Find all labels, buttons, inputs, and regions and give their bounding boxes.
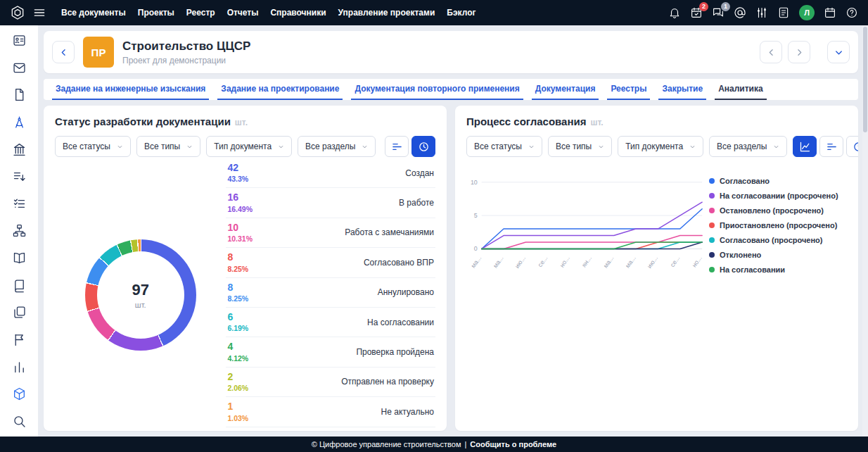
bars-icon [391,141,403,153]
doc-status-total: 97 [132,281,148,299]
id-card-icon [12,33,27,48]
sidebar-item-id-card[interactable] [12,32,27,49]
chevron-right [794,47,805,58]
sidebar-item-mail[interactable] [12,60,27,76]
nav-menu-item[interactable]: Отчеты [222,5,264,20]
calendar-icon [824,6,836,19]
doc-status-chart-area: 97 шт. 4243.3%Создан1616.49%В работе1010… [55,158,435,431]
messages-button[interactable]: 1 [712,6,725,19]
mention-icon [734,6,746,19]
report-button[interactable] [777,6,790,19]
bars-view-button[interactable] [819,136,843,157]
sidebar-item-drafting-compass[interactable] [12,114,27,130]
doc-status-total-unit: шт. [135,301,146,309]
expand-header-button[interactable] [827,41,850,63]
status-count: 42 [227,163,248,173]
nav-menu-item[interactable]: Бэклог [442,5,480,20]
tab-item[interactable]: Задание на инженерные изыскания [52,79,209,100]
filter-doc-type-dropdown[interactable]: Тип документа [206,136,292,157]
sidebar-item-copy[interactable] [12,304,27,320]
tab-item[interactable]: Аналитика [715,79,767,100]
hamburger [32,6,46,20]
sidebar-item-org-chart[interactable] [12,222,27,239]
sidebar-item-list-download[interactable] [12,168,27,184]
tab-item[interactable]: Задание на проектирование [217,79,343,100]
sidebar-item-flag[interactable] [12,332,27,348]
back-button[interactable] [52,41,75,63]
filter-statuses-dropdown[interactable]: Все статусы [466,136,542,157]
tab-item[interactable]: Документация [532,79,599,100]
filter-sections-dropdown[interactable]: Все разделы [709,136,787,157]
filter-sections-dropdown[interactable]: Все разделы [298,136,376,157]
calendar-button[interactable] [824,6,836,19]
sidebar-item-bank[interactable] [12,142,27,158]
dropdown-label: Тип документа [214,142,272,151]
chart-legend-item[interactable]: Остановлено (просрочено) [709,206,847,215]
user-avatar[interactable]: Л [799,5,815,20]
bell-button[interactable] [668,6,681,19]
report-problem-link[interactable]: Сообщить о проблеме [470,440,556,448]
status-legend-row: 88.25%Аннулировано [226,278,435,308]
chart-legend-item[interactable]: Согласовано [709,177,847,185]
approval-chart-area: 0510ма...ма...ию...се...но...ян...ма...м… [466,174,847,431]
tab-item[interactable]: Реестры [607,79,650,100]
tab-item[interactable]: Закрытие [658,79,706,100]
sidebar-item-bar-chart[interactable] [12,359,27,375]
status-label: Создан [398,168,434,178]
status-label: В работе [392,198,434,208]
filter-statuses-dropdown[interactable]: Все статусы [55,136,131,157]
dropdown-label: Все типы [556,142,592,151]
chart-legend-item[interactable]: На согласовании [709,265,847,274]
nav-menu-item[interactable]: Все документы [56,5,131,20]
doc-status-toolbar: Все статусыВсе типыТип документаВсе разд… [55,136,435,157]
org-chart-icon [12,223,27,238]
status-label: Согласовано ВПР [357,258,434,268]
chart-legend-item[interactable]: Согласовано (просрочено) [709,236,847,244]
clock-view-button[interactable] [846,136,858,157]
filter-types-dropdown[interactable]: Все типы [136,136,200,157]
nav-menu-item[interactable]: Справочники [265,5,331,20]
clock-view-button[interactable] [411,136,435,157]
sliders-button[interactable] [755,6,768,19]
svg-text:се...: се... [669,255,682,268]
chart-legend-item[interactable]: На согласовании (просрочено) [709,192,847,200]
hamburger-menu-icon[interactable] [32,6,46,20]
chevron-down [773,144,779,150]
dropdown-label: Все статусы [63,142,110,151]
sidebar-item-file[interactable] [12,87,27,103]
sidebar-item-cube[interactable] [12,386,27,402]
nav-menu-item[interactable]: Управление проектами [333,5,440,20]
help-button[interactable] [845,6,858,19]
sidebar-item-checklist[interactable] [12,196,27,212]
chevron-left [766,47,777,58]
filter-doc-type-dropdown[interactable]: Тип документа [618,136,703,157]
status-value-block: 11.03% [227,401,248,422]
prev-project-button[interactable] [760,41,782,63]
approval-filters: Все статусыВсе типыТип документаВсе разд… [466,136,787,157]
line-chart-view-button[interactable] [793,136,817,157]
chart-legend-item[interactable]: Приостановлено (просрочено) [709,221,847,230]
page-scrollbar[interactable] [862,25,868,437]
svg-text:0: 0 [474,245,478,252]
legend-label: На согласовании (просрочено) [720,192,838,200]
mention-button[interactable] [734,6,746,19]
checklist-icon [12,196,27,211]
chart-legend-item[interactable]: Отклонено [709,251,847,259]
sidebar-item-open-book[interactable] [12,250,27,266]
app-logo-icon[interactable] [10,5,25,20]
filter-types-dropdown[interactable]: Все типы [548,136,612,157]
bars-view-button[interactable] [385,136,409,157]
status-value-block: 88.25% [227,252,248,272]
nav-menu-item[interactable]: Реестр [181,5,220,20]
nav-menu-item[interactable]: Проекты [133,5,179,20]
approval-unit: шт. [590,118,603,127]
report-icon [777,6,790,19]
calendar-check-button[interactable]: 2 [690,6,703,19]
dropdown-label: Все статусы [474,142,522,151]
sidebar-item-book[interactable] [12,277,27,294]
page-scrollbar-thumb[interactable] [863,27,867,132]
next-project-button[interactable] [788,41,810,63]
chevron-down [598,144,604,150]
sidebar-item-search[interactable] [12,413,27,429]
tab-item[interactable]: Документация повторного применения [351,79,523,100]
